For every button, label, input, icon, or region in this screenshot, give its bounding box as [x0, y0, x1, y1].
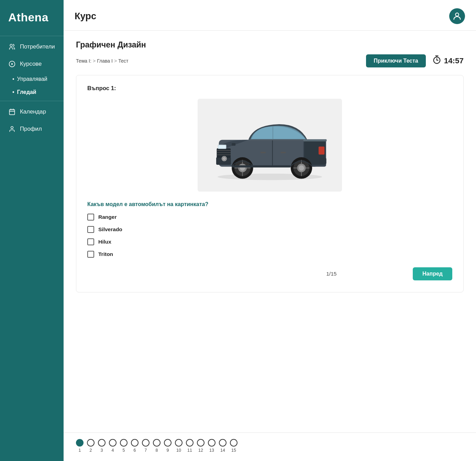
bottom-nav: 123456789101112131415	[64, 432, 476, 461]
answer-label-triton: Triton	[98, 251, 113, 257]
dot-number-9: 9	[167, 448, 169, 453]
sidebar-item-users[interactable]: Потребители	[0, 38, 64, 55]
sidebar-sub-manage-label: Управлявай	[17, 76, 47, 82]
dot-number-12: 12	[198, 448, 203, 453]
dot-item-1[interactable]: 1	[76, 439, 84, 453]
next-button[interactable]: Напред	[413, 267, 452, 280]
dot-item-5[interactable]: 5	[120, 439, 128, 453]
checkbox-ranger[interactable]	[87, 214, 94, 221]
svg-point-0	[10, 44, 12, 47]
sidebar-sub-watch-label: Гледай	[17, 89, 36, 95]
svg-rect-3	[10, 109, 15, 115]
dot-item-3[interactable]: 3	[98, 439, 106, 453]
dot-circle-4[interactable]	[109, 439, 117, 447]
dot-item-10[interactable]: 10	[175, 439, 182, 453]
svg-rect-29	[232, 143, 235, 146]
bullet-watch: •	[12, 89, 14, 95]
dot-circle-9[interactable]	[164, 439, 171, 447]
dot-circle-12[interactable]	[197, 439, 204, 447]
answer-option-triton[interactable]: Triton	[87, 251, 452, 258]
sidebar-item-courses-label: Курсове	[20, 61, 42, 67]
dot-circle-13[interactable]	[208, 439, 215, 447]
answer-option-silverado[interactable]: Silverado	[87, 226, 452, 233]
dot-item-14[interactable]: 14	[219, 439, 226, 453]
dot-circle-6[interactable]	[131, 439, 139, 447]
dot-item-4[interactable]: 4	[109, 439, 117, 453]
dot-circle-15[interactable]	[230, 439, 237, 447]
answer-option-hilux[interactable]: Hilux	[87, 238, 452, 245]
answer-option-ranger[interactable]: Ranger	[87, 214, 452, 221]
breadcrumb-part3: Тест	[118, 58, 128, 64]
bullet-manage: •	[12, 76, 14, 82]
dot-circle-8[interactable]	[153, 439, 160, 447]
dot-item-8[interactable]: 8	[153, 439, 160, 453]
dot-circle-11[interactable]	[186, 439, 193, 447]
dot-number-7: 7	[145, 448, 147, 453]
svg-point-7	[11, 127, 13, 129]
dot-number-13: 13	[209, 448, 214, 453]
checkbox-silverado[interactable]	[87, 226, 94, 233]
svg-rect-32	[280, 152, 286, 153]
dot-circle-7[interactable]	[142, 439, 150, 447]
dot-circle-5[interactable]	[120, 439, 128, 447]
timer-finish-area: Приключи Теста 14:57	[366, 54, 464, 67]
checkbox-hilux[interactable]	[87, 238, 94, 245]
breadcrumb: Тема I: > Глава I > Тест	[76, 58, 128, 64]
sidebar-sub-manage[interactable]: • Управлявай	[0, 73, 64, 86]
svg-marker-2	[11, 63, 13, 65]
sidebar-divider-middle	[0, 101, 64, 101]
breadcrumb-sep1: >	[93, 58, 96, 64]
answer-label-silverado: Silverado	[98, 226, 122, 233]
svg-point-44	[299, 165, 304, 171]
stopwatch-icon	[432, 55, 442, 67]
sidebar-logo: Athena	[0, 0, 64, 34]
sidebar: Athena Потребители Курсове • Управлявай …	[0, 0, 64, 461]
dot-number-4: 4	[112, 448, 114, 453]
dot-item-11[interactable]: 11	[186, 439, 193, 453]
page-title: Курс	[75, 11, 96, 22]
svg-rect-28	[319, 158, 326, 164]
answer-label-ranger: Ranger	[98, 214, 117, 220]
calendar-icon	[8, 108, 16, 116]
svg-rect-20	[218, 145, 226, 148]
dot-circle-2[interactable]	[87, 439, 95, 447]
dot-number-14: 14	[220, 448, 225, 453]
dot-number-1: 1	[79, 448, 81, 453]
checkbox-triton[interactable]	[87, 251, 94, 258]
timer-display: 14:57	[432, 55, 464, 67]
dot-number-15: 15	[231, 448, 236, 453]
breadcrumb-row: Тема I: > Глава I > Тест Приключи Теста	[76, 54, 464, 67]
dot-circle-14[interactable]	[219, 439, 226, 447]
svg-rect-26	[303, 139, 327, 141]
car-image-container	[87, 99, 452, 192]
answer-options: Ranger Silverado Hilux Triton	[87, 214, 452, 258]
breadcrumb-sep2: >	[114, 58, 117, 64]
sidebar-item-calendar-label: Календар	[20, 108, 46, 115]
profile-icon	[8, 125, 16, 133]
dot-number-6: 6	[134, 448, 136, 453]
dot-item-9[interactable]: 9	[164, 439, 171, 453]
users-icon	[8, 43, 16, 51]
user-avatar-icon[interactable]	[449, 8, 465, 24]
svg-rect-31	[261, 152, 266, 153]
dot-circle-10[interactable]	[175, 439, 182, 447]
dot-item-15[interactable]: 15	[230, 439, 237, 453]
sidebar-sub-watch[interactable]: • Гледай	[0, 86, 64, 99]
question-label: Въпрос 1:	[87, 85, 452, 92]
dot-item-12[interactable]: 12	[197, 439, 204, 453]
dot-item-6[interactable]: 6	[131, 439, 139, 453]
sidebar-item-calendar[interactable]: Календар	[0, 103, 64, 120]
pagination-row: 1/15 Напред	[87, 263, 452, 284]
content-area: Графичен Дизайн Тема I: > Глава I > Тест…	[64, 31, 476, 432]
dot-circle-1[interactable]	[76, 439, 84, 447]
sidebar-item-profile[interactable]: Профил	[0, 120, 64, 138]
dot-circle-3[interactable]	[98, 439, 106, 447]
dot-item-13[interactable]: 13	[208, 439, 215, 453]
finish-test-button[interactable]: Приключи Теста	[366, 54, 425, 67]
sidebar-item-courses[interactable]: Курсове	[0, 55, 64, 73]
dot-item-2[interactable]: 2	[87, 439, 95, 453]
sidebar-item-profile-label: Профил	[20, 126, 42, 132]
dot-item-7[interactable]: 7	[142, 439, 150, 453]
breadcrumb-part1: Тема I:	[76, 58, 91, 64]
page-counter: 1/15	[250, 271, 413, 277]
